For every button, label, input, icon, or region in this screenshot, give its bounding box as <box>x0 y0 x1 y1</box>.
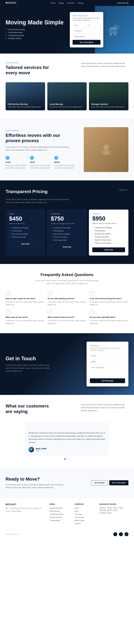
testimonials-header: What our customers are saying Lorem ipsu… <box>5 403 129 416</box>
pricing-contact-text: Contact Us <box>119 189 127 191</box>
hero-to-input[interactable] <box>87 23 101 28</box>
dot-2[interactable] <box>67 458 67 460</box>
price-desc-basic: Ideal for small moves. <box>9 222 42 224</box>
footer-company-item-4[interactable]: Testimonials <box>75 516 84 518</box>
feature-std-1: Loading and Unloading <box>51 227 83 229</box>
how-step-title-1: PLAN <box>5 161 27 163</box>
footer-menu-item-3[interactable]: International Move <box>50 513 64 515</box>
contact-send-button[interactable]: Send Message <box>90 378 125 383</box>
footer-brand-col: MOVAST HQ – 1234 Moving Lane, Suite 565,… <box>5 503 44 526</box>
how-inner: HOW IT WORKS Effortless moves with our p… <box>5 127 129 172</box>
footer-logo: MOVAST <box>5 503 44 506</box>
testimonials-header-left: What our customers are saying <box>5 403 53 416</box>
how-step-text-3: Lorem ipsum dolor sit amet, consectetur … <box>54 164 75 169</box>
hero-form-box: START YOUR MOVE Your trusted moving part… <box>70 12 103 48</box>
feature-basic-4: Furniture assembly <box>9 236 42 238</box>
how-step-3: 3 MOVE Lorem ipsum dolor sit amet, conse… <box>54 156 75 169</box>
nav-links: Home Pages Services Pricing <box>51 2 83 4</box>
svg-rect-0 <box>109 28 117 34</box>
hero-name-input[interactable] <box>72 28 101 33</box>
faq-question-2: Do you offer packing services? <box>48 298 86 300</box>
hero-check-4: Storage solution <box>5 37 64 40</box>
cta-buttons: Our Services Get a Free Quote <box>91 480 129 485</box>
how-step-title-3: MOVE <box>54 161 75 163</box>
how-image <box>84 127 129 172</box>
contact-message-input[interactable] <box>90 365 125 376</box>
footer-company-item-2[interactable]: Blog <box>75 510 78 512</box>
services-title: Tailored services for every move <box>5 65 59 76</box>
svg-rect-4 <box>114 25 119 29</box>
how-illustration <box>99 142 113 156</box>
navbar: MOVAST Home Pages Services Pricing (123)… <box>0 0 134 6</box>
pricing-header: Transparent Pricing Contact Us › <box>5 189 129 196</box>
footer-menu-item-1[interactable]: Residential Move <box>50 507 63 509</box>
testimonials-section: What our customers are saying Lorem ipsu… <box>0 395 134 468</box>
nav-link-pages[interactable]: Pages <box>59 2 64 4</box>
service-card-text-2: Lorem ipsum dolor sit consectetur adipis… <box>50 106 85 108</box>
feature-std-2: Transportation <box>51 230 83 232</box>
pricing-grid: BASIC $450 Ideal for small moves. Loadin… <box>5 210 129 256</box>
hero-check-2: Professional team <box>5 32 64 34</box>
services-section: OUR SERVICES Tailored services for every… <box>0 54 134 119</box>
footer-company-item-1[interactable]: About <box>75 507 79 509</box>
twitter-icon[interactable]: t <box>119 532 123 536</box>
feature-pre-5: Expert moving service <box>92 239 125 241</box>
footer-company-col: COMPANY About Blog Our Team Testimonials… <box>75 503 94 526</box>
hero-cta-button[interactable]: Get a Free Quote <box>72 40 101 44</box>
dot-3[interactable] <box>68 458 69 460</box>
dot-1[interactable] <box>65 458 66 460</box>
faq-item-6: ? Do you move specialty items? Ut elit t… <box>90 310 129 325</box>
nav-link-pricing[interactable]: Pricing <box>78 2 83 4</box>
footer-menu-item-4[interactable]: Storage Solution <box>50 516 62 518</box>
facebook-icon[interactable]: f <box>113 532 117 536</box>
order-premium-button[interactable]: Order Now <box>92 248 125 252</box>
footer-hours-line-2: Saturday: 08:00 – 20:00 <box>100 510 129 512</box>
nav-link-services[interactable]: Services <box>67 2 74 4</box>
footer-company-item-6[interactable]: Careers <box>75 522 81 524</box>
contact-email-input[interactable] <box>90 360 125 364</box>
cta-quote-button[interactable]: Get a Free Quote <box>109 480 129 485</box>
footer-menu-item-2[interactable]: Office Moving <box>50 510 60 512</box>
price-desc-premium: Best for large or complex moves. <box>92 222 125 224</box>
testimonials-description: Lorem ipsum dolor sit amet, consectetur … <box>81 403 129 412</box>
pricing-section: Transparent Pricing Contact Us › Lorem i… <box>0 180 134 264</box>
footer-company-title: COMPANY <box>75 503 94 505</box>
price-features-standard: Loading and Unloading Transportation Bas… <box>51 227 83 241</box>
cta-services-button[interactable]: Our Services <box>91 480 108 485</box>
services-label: OUR SERVICES <box>5 62 59 64</box>
faq-question-5: When should I book my move? <box>48 316 86 318</box>
faq-title: Frequently Asked Questions <box>5 272 129 277</box>
footer-company-item-5[interactable]: Media Center <box>75 520 85 522</box>
services-grid: Full Service Moving Lorem ipsum dolor si… <box>5 82 129 110</box>
footer-menu-item-5[interactable]: Transportation <box>50 520 61 522</box>
footer-menu-list: Residential Move Office Moving Internati… <box>50 507 69 522</box>
hero-from-input[interactable] <box>72 23 86 28</box>
order-basic-button[interactable]: Order Now <box>9 242 42 246</box>
footer-grid: MOVAST HQ – 1234 Moving Lane, Suite 565,… <box>5 503 129 526</box>
hero-phone-input[interactable] <box>72 34 101 39</box>
service-card-2: Local Moving Lorem ipsum dolor sit conse… <box>47 82 87 110</box>
instagram-icon[interactable]: in <box>125 532 129 536</box>
how-section: HOW IT WORKS Effortless moves with our p… <box>0 119 134 180</box>
how-steps: 1 PLAN Lorem ipsum dolor sit amet, conse… <box>5 156 75 169</box>
hero-checklist: Full services moving Professional team T… <box>5 28 64 40</box>
testimonial-dots <box>5 458 129 460</box>
footer-company-list: About Blog Our Team Testimonials Media C… <box>75 507 94 524</box>
footer-menu-col: MENU Residential Move Office Moving Inte… <box>50 503 69 526</box>
nav-link-home[interactable]: Home <box>51 2 56 4</box>
contact-left: Get in Touch Lorem ipsum dolor sit amet,… <box>5 356 53 372</box>
price-features-basic: Loading and unloading Transportation Bas… <box>9 227 42 238</box>
footer-company-item-3[interactable]: Our Team <box>75 513 82 515</box>
how-step-1: 1 PLAN Lorem ipsum dolor sit amet, conse… <box>5 156 27 169</box>
author-avatar-1: M <box>28 447 34 452</box>
faq-icon-2: ? <box>48 291 53 296</box>
faq-icon-1: ? <box>5 291 11 296</box>
faq-item-2: ? Do you offer packing services? Ut elit… <box>48 291 86 306</box>
pricing-contact-link[interactable]: Contact Us › <box>119 189 129 191</box>
testimonial-card-1: " Moving from California to New York see… <box>25 422 109 456</box>
feature-pre-2: Transportation <box>92 230 125 232</box>
faq-section: Frequently Asked Questions Lorem ipsum d… <box>0 264 134 333</box>
contact-name-input[interactable] <box>90 354 125 358</box>
order-standard-button[interactable]: Order Now <box>51 244 83 250</box>
how-step-2: 2 PACK Lorem ipsum dolor sit amet, conse… <box>30 156 51 169</box>
